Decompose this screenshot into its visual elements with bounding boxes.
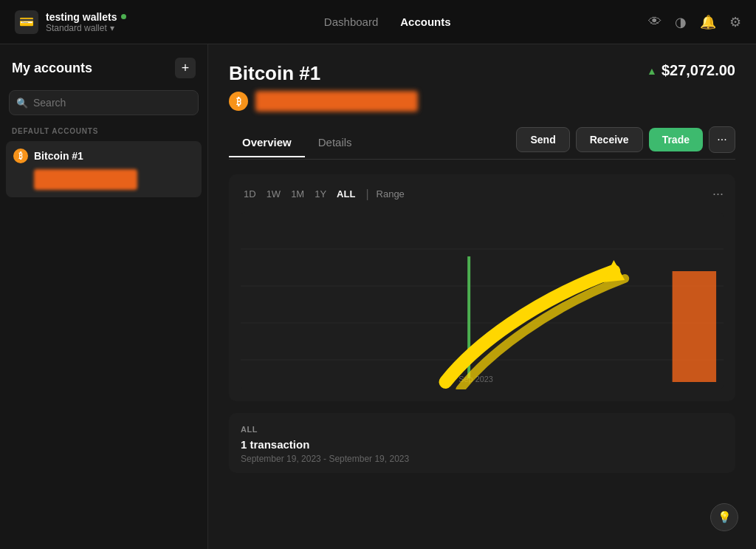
separator: | <box>365 188 368 201</box>
wallet-info-section: 💳 testing wallets Standard wallet ▾ <box>15 10 126 34</box>
chart-svg: Sep 2023 <box>241 212 724 389</box>
main-content: Bitcoin #1 ▲ $27,072.00 ₿ Overview Detai… <box>208 44 756 549</box>
tab-overview[interactable]: Overview <box>229 129 305 157</box>
default-accounts-label: DEFAULT ACCOUNTS <box>0 124 207 141</box>
nav-icons: 👁 ◑ 🔔 ⚙ <box>648 14 741 30</box>
wallet-type[interactable]: Standard wallet ▾ <box>46 23 126 33</box>
chart-section: 1D 1W 1M 1Y ALL | Range ··· <box>229 174 735 401</box>
search-box: 🔍 <box>9 90 199 115</box>
tab-details[interactable]: Details <box>305 129 365 157</box>
nav-dashboard[interactable]: Dashboard <box>324 16 378 28</box>
tx-date-range: September 19, 2023 - September 19, 2023 <box>241 454 724 464</box>
wallet-details: testing wallets Standard wallet ▾ <box>46 11 126 33</box>
account-balance-bar <box>34 169 137 190</box>
chart-more-button[interactable]: ··· <box>712 186 724 202</box>
time-1d[interactable]: 1D <box>241 187 259 201</box>
bell-icon[interactable]: 🔔 <box>700 14 716 30</box>
transactions-section: ALL 1 transaction September 19, 2023 - S… <box>229 413 735 473</box>
trade-button[interactable]: Trade <box>649 128 703 151</box>
account-fiat-value: $27,072.00 <box>662 62 735 79</box>
receive-button[interactable]: Receive <box>576 127 643 152</box>
time-range-buttons: 1D 1W 1M 1Y ALL | Range <box>241 187 405 201</box>
time-all[interactable]: ALL <box>334 187 358 201</box>
list-item[interactable]: ₿ Bitcoin #1 <box>6 141 202 197</box>
btc-icon-large: ₿ <box>229 92 248 111</box>
svg-text:Sep 2023: Sep 2023 <box>458 375 493 383</box>
balance-bar-blurred <box>255 91 418 112</box>
halfcircle-icon[interactable]: ◑ <box>675 14 687 30</box>
search-input[interactable] <box>9 90 199 115</box>
tab-group: Overview Details <box>229 129 365 157</box>
account-title: Bitcoin #1 <box>229 62 320 85</box>
time-1m[interactable]: 1M <box>288 187 307 201</box>
wallet-name: testing wallets <box>46 11 126 23</box>
nav-accounts[interactable]: Accounts <box>400 16 450 28</box>
send-button[interactable]: Send <box>516 127 569 152</box>
gear-icon[interactable]: ⚙ <box>729 14 741 30</box>
chevron-down-icon: ▾ <box>110 23 114 33</box>
tabs-actions-bar: Overview Details Send Receive Trade ··· <box>229 126 735 160</box>
help-icon: 💡 <box>718 511 732 524</box>
help-button[interactable]: 💡 <box>710 503 738 531</box>
tx-section-label: ALL <box>241 425 724 434</box>
time-1y[interactable]: 1Y <box>312 187 329 201</box>
more-actions-button[interactable]: ··· <box>709 126 735 153</box>
top-nav: 💳 testing wallets Standard wallet ▾ Dash… <box>0 0 756 44</box>
svg-rect-5 <box>673 271 716 382</box>
sidebar-header: My accounts + <box>0 44 207 86</box>
chart-area: Sep 2023 <box>241 212 724 389</box>
svg-rect-4 <box>467 256 470 378</box>
action-buttons: Send Receive Trade ··· <box>516 126 735 159</box>
online-indicator <box>121 14 126 19</box>
btc-icon: ₿ <box>13 149 28 163</box>
time-1w[interactable]: 1W <box>264 187 284 201</box>
sidebar-title: My accounts <box>12 61 92 76</box>
chart-controls: 1D 1W 1M 1Y ALL | Range ··· <box>241 186 724 202</box>
account-value: ▲ $27,072.00 <box>647 62 735 79</box>
range-button[interactable]: Range <box>377 188 405 200</box>
account-item-name: Bitcoin #1 <box>34 150 83 162</box>
account-header: Bitcoin #1 ▲ $27,072.00 <box>229 62 735 85</box>
search-icon: 🔍 <box>16 98 28 109</box>
add-account-button[interactable]: + <box>175 58 196 78</box>
tx-count-label: 1 transaction <box>241 438 724 451</box>
value-trend: ▲ <box>647 65 657 77</box>
account-item-header: ₿ Bitcoin #1 <box>13 149 194 163</box>
sidebar: My accounts + 🔍 DEFAULT ACCOUNTS ₿ Bitco… <box>0 44 208 549</box>
main-layout: My accounts + 🔍 DEFAULT ACCOUNTS ₿ Bitco… <box>0 44 756 549</box>
wallet-icon: 💳 <box>15 10 38 34</box>
balance-row: ₿ <box>229 91 735 112</box>
nav-links: Dashboard Accounts <box>324 16 451 28</box>
eye-icon[interactable]: 👁 <box>648 14 662 30</box>
